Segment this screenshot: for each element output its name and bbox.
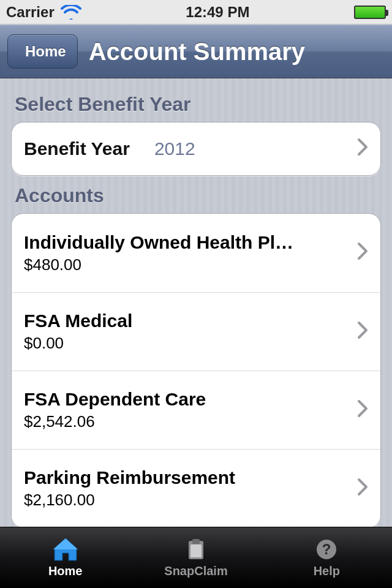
svg-marker-1 (53, 538, 78, 549)
content-scroll[interactable]: Select Benefit Year Benefit Year 2012 Ac… (0, 78, 392, 527)
tab-label: Home (48, 564, 83, 578)
battery-icon (354, 6, 386, 19)
account-amount: $0.00 (24, 334, 132, 353)
section-header-accounts: Accounts (11, 176, 381, 213)
account-name: Parking Reimbursement (24, 467, 235, 488)
tab-snapclaim[interactable]: SnapClaim (130, 527, 261, 588)
clock: 12:49 PM (186, 4, 249, 21)
accounts-list: Individually Owned Health Pl… $480.00 FS… (11, 213, 381, 527)
section-header-benefit-year: Select Benefit Year (11, 85, 381, 122)
tab-bar: Home SnapClaim ? Help (0, 527, 392, 588)
tab-label: SnapClaim (164, 564, 227, 578)
account-name: Individually Owned Health Pl… (24, 232, 293, 253)
back-button-label: Home (25, 43, 66, 60)
account-name: FSA Dependent Care (24, 389, 206, 410)
chevron-right-icon (357, 136, 368, 162)
page-title: Account Summary (78, 38, 385, 66)
benefit-year-row[interactable]: Benefit Year 2012 (12, 123, 380, 175)
chevron-right-icon (357, 476, 368, 502)
tab-home[interactable]: Home (0, 527, 130, 588)
home-icon (52, 537, 79, 562)
clipboard-icon (183, 537, 209, 562)
svg-rect-3 (190, 545, 202, 557)
account-amount: $2,160.00 (24, 491, 235, 510)
account-name: FSA Medical (24, 311, 132, 331)
account-row[interactable]: FSA Dependent Care $2,542.06 (12, 371, 380, 449)
carrier-label: Carrier (6, 4, 55, 21)
benefit-year-label: Benefit Year (24, 138, 130, 159)
svg-text:?: ? (322, 541, 331, 557)
chevron-right-icon (357, 398, 368, 423)
tab-help[interactable]: ? Help (262, 527, 392, 588)
svg-rect-4 (192, 539, 200, 544)
account-row[interactable]: Parking Reimbursement $2,160.00 (12, 449, 380, 527)
account-row[interactable]: FSA Medical $0.00 (12, 292, 380, 371)
account-row[interactable]: Individually Owned Health Pl… $480.00 (12, 214, 380, 292)
nav-bar: Home Account Summary (0, 24, 392, 78)
help-icon: ? (313, 537, 340, 562)
benefit-year-value: 2012 (154, 138, 195, 159)
back-button[interactable]: Home (7, 34, 78, 69)
tab-label: Help (314, 564, 340, 578)
status-left: Carrier (6, 4, 81, 21)
chevron-right-icon (357, 240, 368, 266)
status-bar: Carrier 12:49 PM (0, 0, 392, 24)
chevron-right-icon (357, 319, 368, 345)
benefit-year-card: Benefit Year 2012 (11, 122, 381, 176)
account-amount: $480.00 (24, 255, 293, 274)
account-amount: $2,542.06 (24, 412, 206, 431)
wifi-icon (61, 5, 81, 20)
